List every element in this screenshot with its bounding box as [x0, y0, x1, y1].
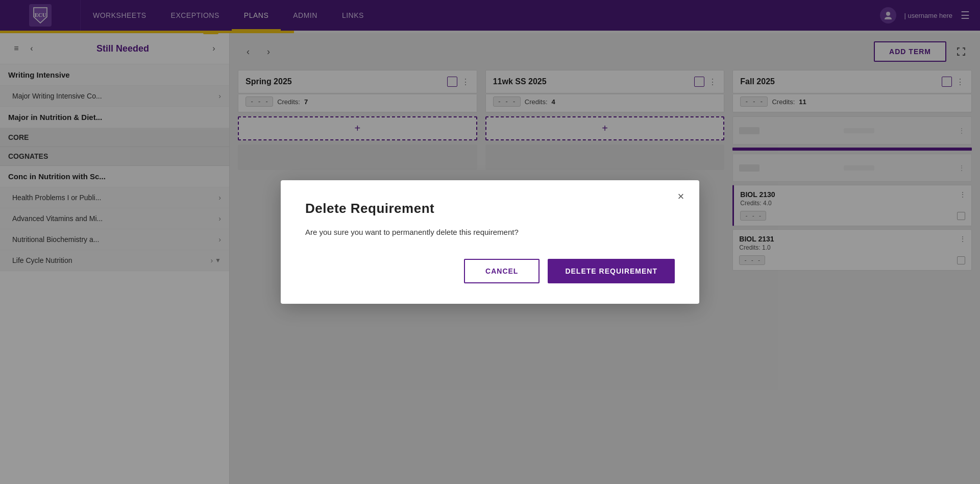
delete-requirement-button[interactable]: DELETE REQUIREMENT — [548, 259, 675, 283]
modal-body-text: Are you sure you want to permanently del… — [305, 227, 675, 238]
modal-footer: CANCEL DELETE REQUIREMENT — [305, 259, 675, 283]
modal-close-button[interactable]: × — [673, 188, 689, 205]
modal-title: Delete Requirement — [305, 201, 675, 216]
delete-requirement-modal: × Delete Requirement Are you sure you wa… — [281, 180, 699, 304]
cancel-button[interactable]: CANCEL — [464, 259, 540, 283]
modal-overlay[interactable]: × Delete Requirement Are you sure you wa… — [0, 0, 980, 484]
